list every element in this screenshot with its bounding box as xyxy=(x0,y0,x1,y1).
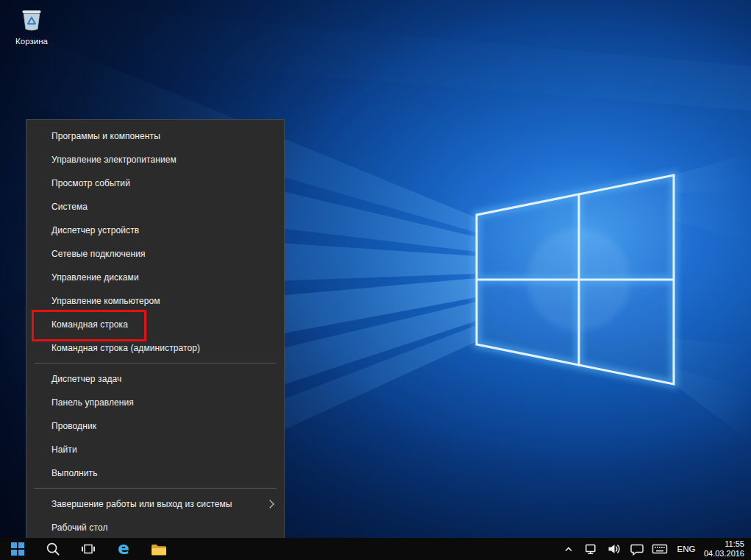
touch-keyboard-icon xyxy=(652,542,668,556)
task-view-icon xyxy=(81,542,96,556)
desktop: Корзина Программы и компоненты Управлени… xyxy=(0,0,751,560)
menu-item-search[interactable]: Найти xyxy=(26,438,284,461)
menu-item-disk-management[interactable]: Управление дисками xyxy=(26,266,284,289)
menu-item-desktop[interactable]: Рабочий стол xyxy=(26,516,284,539)
menu-item-power-options[interactable]: Управление электропитанием xyxy=(26,148,284,171)
menu-item-network-connections[interactable]: Сетевые подключения xyxy=(26,242,284,266)
menu-item-shutdown-label: Завершение работы или выход из системы xyxy=(51,499,232,509)
menu-item-control-panel[interactable]: Панель управления xyxy=(26,391,284,414)
system-tray: ENG 11:55 04.03.2016 xyxy=(558,538,751,560)
menu-item-task-manager[interactable]: Диспетчер задач xyxy=(26,367,284,391)
taskbar-left: e xyxy=(0,538,177,560)
show-hidden-icons-button[interactable] xyxy=(558,538,580,560)
windows-logo-icon xyxy=(11,542,24,556)
network-tray-button[interactable] xyxy=(580,538,603,560)
window-logo xyxy=(477,175,674,384)
volume-tray-button[interactable] xyxy=(603,538,626,560)
taskbar-empty-area[interactable] xyxy=(177,538,558,560)
edge-icon: e xyxy=(118,540,129,557)
edge-browser-button[interactable]: e xyxy=(106,538,141,560)
language-indicator[interactable]: ENG xyxy=(672,538,701,560)
touch-keyboard-button[interactable] xyxy=(649,538,672,560)
submenu-chevron-icon xyxy=(266,500,274,508)
menu-separator xyxy=(34,488,277,489)
volume-icon xyxy=(607,542,622,556)
menu-item-computer-management[interactable]: Управление компьютером xyxy=(26,289,284,313)
file-explorer-button[interactable] xyxy=(141,538,177,560)
taskbar: e xyxy=(0,538,751,560)
network-icon xyxy=(584,542,599,556)
clock-date: 04.03.2016 xyxy=(704,549,744,559)
menu-item-event-viewer[interactable]: Просмотр событий xyxy=(26,171,284,195)
search-icon xyxy=(46,542,60,556)
folder-icon xyxy=(151,542,167,556)
start-button[interactable] xyxy=(0,538,35,560)
menu-item-run[interactable]: Выполнить xyxy=(26,461,284,485)
chevron-up-icon xyxy=(563,543,574,555)
clock-time: 11:55 xyxy=(725,539,744,549)
task-view-button[interactable] xyxy=(71,538,106,560)
clock[interactable]: 11:55 04.03.2016 xyxy=(701,538,751,560)
menu-item-programs-features[interactable]: Программы и компоненты xyxy=(26,124,284,148)
recycle-bin-label: Корзина xyxy=(9,37,54,46)
menu-item-command-prompt-admin[interactable]: Командная строка (администратор) xyxy=(26,336,284,360)
menu-item-system[interactable]: Система xyxy=(26,195,284,219)
action-center-icon xyxy=(630,542,644,556)
menu-item-command-prompt[interactable]: Командная строка xyxy=(26,313,284,336)
action-center-button[interactable] xyxy=(626,538,649,560)
menu-item-shutdown[interactable]: Завершение работы или выход из системы xyxy=(26,492,284,516)
recycle-bin-shortcut[interactable]: Корзина xyxy=(9,6,54,46)
search-button[interactable] xyxy=(35,538,71,560)
menu-separator xyxy=(34,363,277,364)
menu-item-device-manager[interactable]: Диспетчер устройств xyxy=(26,219,284,242)
winx-menu: Программы и компоненты Управление электр… xyxy=(26,119,285,543)
menu-item-file-explorer[interactable]: Проводник xyxy=(26,414,284,438)
recycle-bin-icon xyxy=(17,6,46,32)
